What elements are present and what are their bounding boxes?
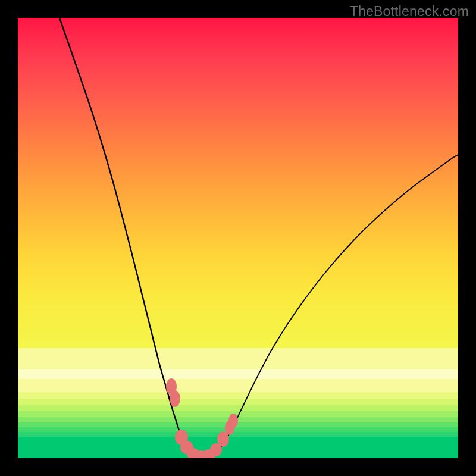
data-markers [166, 378, 238, 458]
bottleneck-curve-left [60, 18, 203, 458]
curve-layer [18, 18, 458, 458]
bottleneck-curve-right [203, 155, 458, 458]
data-marker [170, 390, 180, 407]
chart-frame [18, 18, 458, 458]
data-marker [225, 421, 234, 435]
watermark-text: TheBottleneck.com [350, 4, 469, 20]
